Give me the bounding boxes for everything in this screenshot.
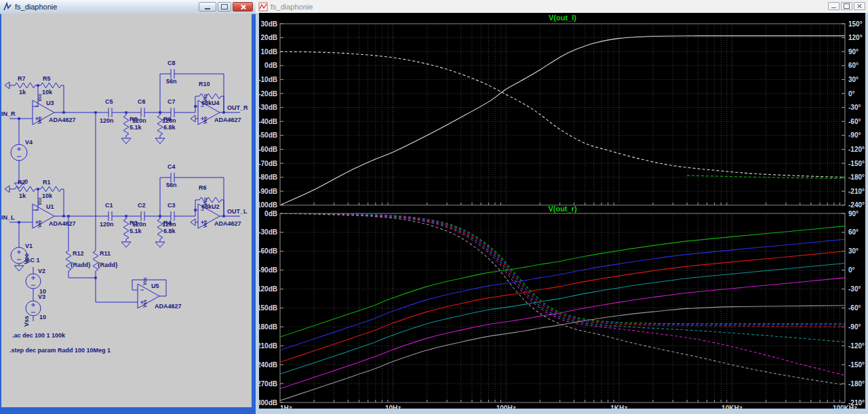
phase-tick-label: -60° bbox=[848, 304, 861, 312]
junction-dot bbox=[37, 188, 39, 190]
phase-tick-label: -90° bbox=[848, 323, 861, 331]
schematic-label: U3 bbox=[46, 100, 54, 106]
close-icon bbox=[240, 4, 246, 10]
schematic-label: ADA4627 bbox=[49, 117, 76, 123]
schematic-label: V2 bbox=[38, 268, 45, 274]
schematic-label: Vss bbox=[142, 299, 147, 308]
phase-tick-label: -60° bbox=[848, 118, 861, 125]
schematic-window-titlebar[interactable]: fs_diaphonie bbox=[0, 0, 256, 14]
schematic-label: {Radd} bbox=[71, 262, 91, 268]
schematic-label: Vcc bbox=[37, 197, 42, 205]
schematic-label: 10k bbox=[42, 192, 53, 199]
schematic-label: OUT_L bbox=[227, 208, 248, 215]
schematic-label: U4 bbox=[212, 100, 220, 106]
y-tick-label: -40dB bbox=[259, 118, 277, 125]
phase-tick-label: -30° bbox=[848, 285, 861, 293]
y-tick-label: -240dB bbox=[259, 361, 277, 369]
phase-tick-label: 120° bbox=[848, 34, 863, 41]
schematic-label: C5 bbox=[105, 98, 113, 105]
schematic-label: 1k bbox=[19, 192, 26, 199]
schematic-label: V3 bbox=[38, 293, 45, 300]
waveform-plot[interactable]: 30dB150°20dB120°10dB90°0dB60°-10dB30°-20… bbox=[259, 13, 865, 409]
x-tick-label: 100Hz bbox=[496, 405, 516, 409]
schematic-label: Vee bbox=[203, 116, 208, 124]
y-tick-label: -100dB bbox=[259, 201, 277, 209]
phase-tick-label: -30° bbox=[848, 104, 861, 111]
phase-tick-label: 60° bbox=[848, 62, 859, 69]
y-tick-label: -10dB bbox=[259, 76, 277, 83]
phase-tick-label: 30° bbox=[848, 76, 859, 83]
schematic-label: V4 bbox=[25, 139, 33, 146]
junction-dot bbox=[37, 84, 39, 86]
junction-dot bbox=[159, 111, 161, 113]
schematic-label: R5 bbox=[43, 75, 51, 82]
schematic-label: ADA4627 bbox=[214, 117, 241, 123]
schematic-label: IN_L bbox=[1, 214, 15, 221]
x-tick-label: 10KHz bbox=[722, 405, 743, 409]
close-icon bbox=[857, 3, 863, 9]
ltspice-waveform-icon bbox=[258, 2, 268, 12]
junction-dot bbox=[222, 111, 224, 113]
schematic-label: 120n bbox=[100, 221, 114, 228]
schematic-label: R1 bbox=[43, 179, 51, 186]
y-tick-label: -120dB bbox=[259, 285, 277, 293]
schematic-label: 56n bbox=[166, 78, 177, 85]
y-tick-label: 30dB bbox=[261, 20, 277, 28]
schematic-label: C8 bbox=[167, 60, 176, 66]
schematic-label: 120n bbox=[162, 117, 176, 124]
close-button[interactable] bbox=[854, 2, 865, 10]
close-button[interactable] bbox=[233, 2, 253, 12]
y-tick-label: 0dB bbox=[264, 210, 277, 218]
schematic-label: .step dec param Radd 100 10Meg 1 bbox=[9, 347, 111, 354]
schematic-label: V1 bbox=[25, 243, 33, 249]
schematic-label: R2 bbox=[18, 179, 26, 186]
x-tick-label: 1KHz bbox=[610, 405, 627, 409]
maximize-button[interactable] bbox=[841, 2, 852, 10]
maximize-icon bbox=[221, 4, 228, 9]
phase-tick-label: -180° bbox=[848, 173, 865, 181]
schematic-label: 5.1k bbox=[130, 228, 142, 234]
maximize-icon bbox=[844, 3, 850, 9]
y-tick-label: -210dB bbox=[259, 342, 277, 350]
schematic-label: C7 bbox=[167, 98, 176, 105]
schematic-label: U1 bbox=[46, 203, 54, 210]
schematic-label: R10 bbox=[199, 81, 210, 87]
schematic-label: R11 bbox=[100, 250, 111, 257]
schematic-canvas[interactable]: R71kR510kU3ADA4627VccVeeIN_RV40C5120nR85… bbox=[1, 14, 252, 407]
schematic-label: ADA4627 bbox=[49, 220, 76, 227]
junction-dot bbox=[18, 117, 20, 119]
window-title: fs_diaphonie bbox=[15, 3, 57, 11]
schematic-label: R7 bbox=[18, 75, 26, 82]
schematic-label: 120n bbox=[100, 117, 114, 124]
junction-dot bbox=[194, 209, 196, 211]
phase-tick-label: -90° bbox=[848, 131, 861, 139]
schematic-label: Vcc bbox=[203, 197, 208, 205]
phase-tick-label: 0° bbox=[848, 90, 855, 98]
schematic-label: .ac dec 100 1 100k bbox=[12, 332, 66, 339]
waveform-window-titlebar[interactable]: fs_diaphonie bbox=[256, 0, 868, 14]
y-tick-label: 0dB bbox=[264, 62, 277, 69]
phase-tick-label: -120° bbox=[848, 146, 865, 153]
phase-tick-label: 90° bbox=[848, 210, 859, 218]
minimize-icon bbox=[831, 7, 836, 9]
x-tick-label: 100KHz bbox=[833, 405, 857, 409]
minimize-button[interactable] bbox=[199, 2, 216, 12]
phase-tick-label: -120° bbox=[848, 342, 865, 350]
schematic-label: 120n bbox=[162, 221, 176, 228]
y-tick-label: -80dB bbox=[259, 173, 277, 181]
schematic-label: C6 bbox=[138, 98, 146, 105]
phase-tick-label: 60° bbox=[848, 228, 859, 236]
schematic-label: ADA4627 bbox=[155, 303, 182, 310]
phase-tick-label: 90° bbox=[848, 48, 859, 56]
pane-title: V(out_r) bbox=[548, 205, 577, 213]
y-tick-label: -60dB bbox=[259, 247, 277, 255]
schematic-label: ADA4627 bbox=[214, 220, 241, 227]
schematic-label: 1k bbox=[19, 89, 26, 96]
phase-tick-label: 30° bbox=[848, 247, 859, 255]
schematic-label: 120n bbox=[132, 117, 146, 124]
schematic-label: 6.8k bbox=[163, 228, 176, 234]
maximize-button[interactable] bbox=[218, 2, 231, 12]
schematic-label: Vcc bbox=[203, 94, 208, 102]
junction-dot bbox=[125, 215, 127, 217]
minimize-button[interactable] bbox=[828, 2, 840, 10]
